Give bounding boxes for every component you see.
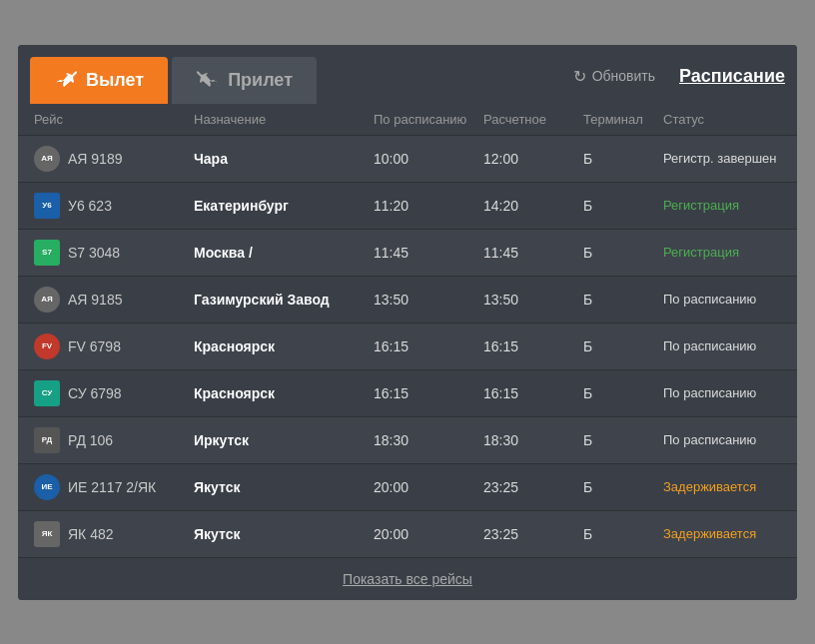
table-row: S7 S7 3048 Москва / 11:45 11:45 Б Регист… bbox=[18, 230, 797, 277]
status-badge: По расписанию bbox=[663, 385, 781, 400]
header-right: ↻ Обновить Расписание bbox=[573, 66, 785, 95]
estimated-time: 16:15 bbox=[483, 338, 583, 354]
flight-number: ИЕ ИЕ 2117 2/ЯК bbox=[34, 474, 194, 500]
flight-number: РД РД 106 bbox=[34, 427, 194, 453]
airline-icon: У6 bbox=[34, 193, 60, 219]
destination: Чара bbox=[194, 151, 374, 167]
col-scheduled: По расписанию bbox=[374, 112, 483, 127]
tab-arrival[interactable]: Прилет bbox=[172, 57, 317, 104]
terminal: Б bbox=[583, 338, 663, 354]
destination: Якутск bbox=[194, 479, 374, 495]
flight-code: АЯ 9189 bbox=[68, 151, 122, 167]
airline-icon: АЯ bbox=[34, 287, 60, 313]
status-badge: Задерживается bbox=[663, 479, 781, 494]
airline-icon: FV bbox=[34, 333, 60, 359]
flight-code: FV 6798 bbox=[68, 338, 121, 354]
airline-icon: СУ bbox=[34, 380, 60, 406]
estimated-time: 13:50 bbox=[483, 292, 583, 308]
flight-number: S7 S7 3048 bbox=[34, 240, 194, 266]
estimated-time: 14:20 bbox=[483, 198, 583, 214]
schedule-link[interactable]: Расписание bbox=[679, 66, 785, 87]
col-status: Статус bbox=[663, 112, 781, 127]
column-headers: Рейс Назначение По расписанию Расчетное … bbox=[18, 104, 797, 136]
flight-code: S7 3048 bbox=[68, 245, 120, 261]
terminal: Б bbox=[583, 526, 663, 542]
scheduled-time: 16:15 bbox=[374, 385, 483, 401]
col-destination: Назначение bbox=[194, 112, 374, 127]
airline-icon: ИЕ bbox=[34, 474, 60, 500]
table-row: АЯ АЯ 9189 Чара 10:00 12:00 Б Регистр. з… bbox=[18, 136, 797, 183]
col-flight: Рейс bbox=[34, 112, 194, 127]
destination: Иркутск bbox=[194, 432, 374, 448]
refresh-icon: ↻ bbox=[573, 67, 586, 86]
flight-code: У6 623 bbox=[68, 198, 112, 214]
flight-board: Вылет Прилет ↻ Обновить Расписание Рейс … bbox=[18, 45, 797, 600]
table-row: ЯК ЯК 482 Якутск 20:00 23:25 Б Задержива… bbox=[18, 511, 797, 558]
flight-code: РД 106 bbox=[68, 432, 113, 448]
estimated-time: 18:30 bbox=[483, 432, 583, 448]
table-row: АЯ АЯ 9185 Газимурский Завод 13:50 13:50… bbox=[18, 277, 797, 323]
estimated-time: 11:45 bbox=[483, 245, 583, 261]
flight-number: СУ СУ 6798 bbox=[34, 380, 194, 406]
status-badge: Регистрация bbox=[663, 198, 781, 213]
estimated-time: 23:25 bbox=[483, 526, 583, 542]
scheduled-time: 18:30 bbox=[374, 432, 483, 448]
scheduled-time: 13:50 bbox=[374, 292, 483, 308]
scheduled-time: 11:20 bbox=[374, 198, 483, 214]
airline-icon: S7 bbox=[34, 240, 60, 266]
destination: Якутск bbox=[194, 526, 374, 542]
table-row: FV FV 6798 Красноярск 16:15 16:15 Б По р… bbox=[18, 323, 797, 370]
col-terminal: Терминал bbox=[583, 112, 663, 127]
flight-number: АЯ АЯ 9189 bbox=[34, 146, 194, 172]
estimated-time: 12:00 bbox=[483, 151, 583, 167]
footer: Показать все рейсы bbox=[18, 558, 797, 600]
destination: Газимурский Завод bbox=[194, 292, 374, 308]
tabs-bar: Вылет Прилет ↻ Обновить Расписание bbox=[18, 45, 797, 104]
status-badge: По расписанию bbox=[663, 432, 781, 447]
flight-code: ЯК 482 bbox=[68, 526, 114, 542]
status-badge: По расписанию bbox=[663, 292, 781, 307]
destination: Красноярск bbox=[194, 338, 374, 354]
flight-number: АЯ АЯ 9185 bbox=[34, 287, 194, 313]
airline-icon: АЯ bbox=[34, 146, 60, 172]
flight-code: АЯ 9185 bbox=[68, 292, 122, 308]
departure-icon bbox=[54, 69, 78, 92]
flight-code: СУ 6798 bbox=[68, 385, 122, 401]
destination: Красноярск bbox=[194, 385, 374, 401]
status-badge: Задерживается bbox=[663, 526, 781, 541]
airline-icon: ЯК bbox=[34, 521, 60, 547]
scheduled-time: 16:15 bbox=[374, 338, 483, 354]
airline-icon: РД bbox=[34, 427, 60, 453]
terminal: Б bbox=[583, 151, 663, 167]
show-all-link[interactable]: Показать все рейсы bbox=[343, 571, 472, 587]
refresh-label: Обновить bbox=[592, 68, 655, 84]
flight-number: ЯК ЯК 482 bbox=[34, 521, 194, 547]
scheduled-time: 20:00 bbox=[374, 479, 483, 495]
terminal: Б bbox=[583, 245, 663, 261]
flight-number: У6 У6 623 bbox=[34, 193, 194, 219]
arrival-icon bbox=[196, 69, 220, 92]
scheduled-time: 20:00 bbox=[374, 526, 483, 542]
terminal: Б bbox=[583, 385, 663, 401]
scheduled-time: 10:00 bbox=[374, 151, 483, 167]
terminal: Б bbox=[583, 292, 663, 308]
estimated-time: 16:15 bbox=[483, 385, 583, 401]
table-row: ИЕ ИЕ 2117 2/ЯК Якутск 20:00 23:25 Б Зад… bbox=[18, 464, 797, 511]
estimated-time: 23:25 bbox=[483, 479, 583, 495]
table-row: РД РД 106 Иркутск 18:30 18:30 Б По распи… bbox=[18, 417, 797, 464]
destination: Екатеринбург bbox=[194, 198, 374, 214]
refresh-button[interactable]: ↻ Обновить bbox=[573, 67, 655, 86]
table-row: СУ СУ 6798 Красноярск 16:15 16:15 Б По р… bbox=[18, 370, 797, 417]
tab-departure-label: Вылет bbox=[86, 70, 144, 91]
tab-departure[interactable]: Вылет bbox=[30, 57, 168, 104]
status-badge: Регистр. завершен bbox=[663, 151, 781, 166]
destination: Москва / bbox=[194, 245, 374, 261]
status-badge: Регистрация bbox=[663, 245, 781, 260]
status-badge: По расписанию bbox=[663, 338, 781, 353]
tab-arrival-label: Прилет bbox=[228, 70, 293, 91]
col-estimated: Расчетное bbox=[483, 112, 583, 127]
flights-table: АЯ АЯ 9189 Чара 10:00 12:00 Б Регистр. з… bbox=[18, 136, 797, 558]
table-row: У6 У6 623 Екатеринбург 11:20 14:20 Б Рег… bbox=[18, 183, 797, 230]
terminal: Б bbox=[583, 198, 663, 214]
flight-code: ИЕ 2117 2/ЯК bbox=[68, 479, 156, 495]
